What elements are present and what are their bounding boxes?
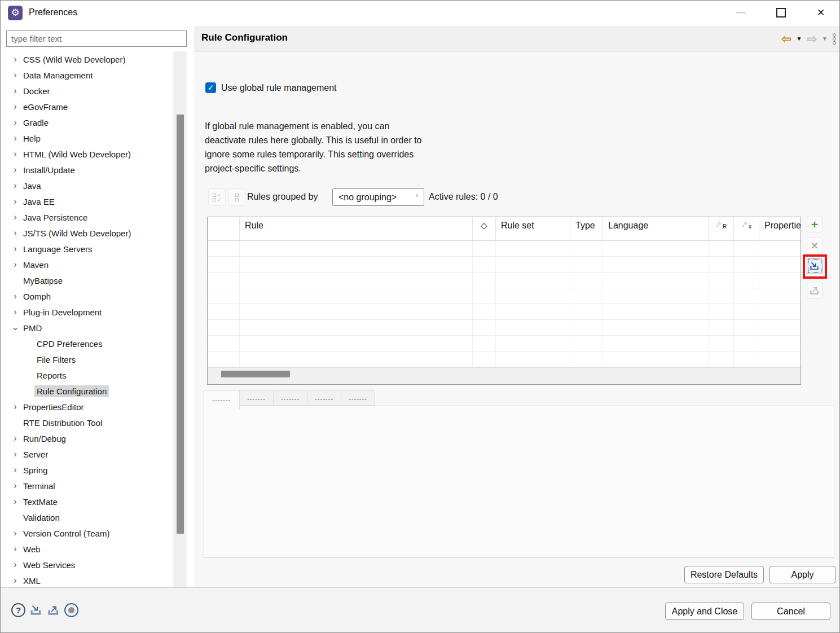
column-header-rule-marker-x-icon[interactable]: x bbox=[734, 217, 759, 240]
sidebar-item-spring[interactable]: ›Spring bbox=[1, 462, 173, 478]
sidebar-item-server[interactable]: ›Server bbox=[1, 446, 173, 462]
sidebar-item-js-ts-wild-web-developer[interactable]: ›JS/TS (Wild Web Developer) bbox=[1, 225, 173, 241]
sidebar-item-maven[interactable]: ›Maven bbox=[1, 257, 173, 272]
table-horizontal-scrollbar-thumb[interactable] bbox=[221, 371, 290, 377]
column-header-checkbox[interactable] bbox=[208, 217, 240, 240]
sidebar-item-validation[interactable]: Validation bbox=[1, 509, 173, 525]
sidebar-scrollbar-thumb[interactable] bbox=[177, 115, 184, 534]
chevron-collapsed-icon[interactable]: › bbox=[10, 196, 21, 206]
sidebar-item-java-persistence[interactable]: ›Java Persistence bbox=[1, 209, 173, 225]
rule-detail-tab-3[interactable]: ------- bbox=[274, 390, 307, 406]
sidebar-item-xml[interactable]: ›XML bbox=[1, 573, 173, 587]
apply-button[interactable]: Apply bbox=[769, 566, 835, 583]
chevron-collapsed-icon[interactable]: › bbox=[10, 181, 21, 191]
use-global-checkbox[interactable]: ✓ bbox=[205, 82, 216, 93]
sidebar-item-mybatipse[interactable]: MyBatipse bbox=[1, 272, 173, 288]
column-header-rule-set[interactable]: Rule set bbox=[496, 217, 570, 240]
chevron-collapsed-icon[interactable]: › bbox=[10, 149, 21, 159]
chevron-collapsed-icon[interactable]: › bbox=[10, 496, 21, 507]
sidebar-item-pmd[interactable]: ⌄PMD bbox=[1, 320, 173, 336]
sidebar-item-web[interactable]: ›Web bbox=[1, 541, 173, 557]
sidebar-item-textmate[interactable]: ›TextMate bbox=[1, 494, 173, 509]
sidebar-item-terminal[interactable]: ›Terminal bbox=[1, 478, 173, 494]
rule-detail-tab-5[interactable]: ------- bbox=[341, 390, 375, 406]
sidebar-item-reports[interactable]: Reports bbox=[1, 367, 173, 383]
sidebar-item-plug-in-development[interactable]: ›Plug-in Development bbox=[1, 304, 173, 320]
column-header-language[interactable]: Language bbox=[603, 217, 709, 240]
rule-detail-tab-4[interactable]: ------- bbox=[307, 390, 341, 406]
grouping-select[interactable]: <no grouping> ˟ bbox=[332, 188, 424, 206]
chevron-collapsed-icon[interactable]: › bbox=[10, 260, 21, 270]
chevron-collapsed-icon[interactable]: › bbox=[10, 291, 21, 301]
help-icon[interactable]: ? bbox=[11, 603, 25, 617]
back-history-dropdown-icon[interactable]: ▼ bbox=[797, 36, 802, 42]
chevron-collapsed-icon[interactable]: › bbox=[10, 133, 21, 143]
rule-detail-tab-1[interactable]: ------- bbox=[204, 390, 240, 409]
sidebar-item-file-filters[interactable]: File Filters bbox=[1, 351, 173, 367]
sidebar-item-propertieseditor[interactable]: ›PropertiesEditor bbox=[1, 399, 173, 415]
close-button[interactable]: ✕ bbox=[808, 1, 834, 24]
column-header-rule[interactable]: Rule bbox=[240, 217, 473, 240]
table-horizontal-scrollbar[interactable] bbox=[208, 367, 801, 384]
column-header-type[interactable]: Type bbox=[570, 217, 603, 240]
preference-recorder-icon[interactable] bbox=[64, 603, 78, 617]
sidebar-item-java[interactable]: ›Java bbox=[1, 178, 173, 194]
chevron-collapsed-icon[interactable]: › bbox=[10, 102, 21, 112]
import-preferences-icon[interactable] bbox=[29, 604, 43, 618]
chevron-collapsed-icon[interactable]: › bbox=[10, 575, 21, 586]
sidebar-item-help[interactable]: ›Help bbox=[1, 130, 173, 146]
filter-input[interactable] bbox=[6, 30, 187, 47]
chevron-collapsed-icon[interactable]: › bbox=[10, 402, 21, 412]
sidebar-item-rule-configuration[interactable]: Rule Configuration bbox=[1, 383, 173, 399]
sidebar-item-java-ee[interactable]: ›Java EE bbox=[1, 194, 173, 209]
chevron-collapsed-icon[interactable]: › bbox=[10, 212, 21, 222]
chevron-collapsed-icon[interactable]: › bbox=[10, 449, 21, 459]
use-global-rule-management-row[interactable]: ✓ Use global rule management bbox=[205, 82, 337, 93]
add-rule-button[interactable]: + bbox=[807, 217, 823, 232]
check-all-rules-button[interactable]: ✓ ✓ bbox=[208, 188, 226, 206]
chevron-collapsed-icon[interactable]: › bbox=[10, 307, 21, 317]
sidebar-item-version-control-team[interactable]: ›Version Control (Team) bbox=[1, 525, 173, 541]
chevron-collapsed-icon[interactable]: › bbox=[10, 117, 21, 128]
chevron-collapsed-icon[interactable]: › bbox=[10, 228, 21, 238]
chevron-collapsed-icon[interactable]: › bbox=[10, 544, 21, 554]
chevron-collapsed-icon[interactable]: › bbox=[10, 244, 21, 254]
forward-history-dropdown-icon[interactable]: ▼ bbox=[822, 36, 828, 42]
sidebar-item-cpd-preferences[interactable]: CPD Preferences bbox=[1, 336, 173, 351]
chevron-collapsed-icon[interactable]: › bbox=[10, 70, 21, 80]
sidebar-item-web-services[interactable]: ›Web Services bbox=[1, 557, 173, 573]
cancel-button[interactable]: Cancel bbox=[751, 603, 830, 620]
view-menu-icon[interactable] bbox=[833, 33, 836, 45]
sidebar-item-css-wild-web-developer[interactable]: ›CSS (Wild Web Developer) bbox=[1, 51, 173, 67]
chevron-collapsed-icon[interactable]: › bbox=[10, 465, 21, 475]
column-header-priority-diamond-icon[interactable]: ◇ bbox=[473, 217, 496, 240]
sidebar-item-oomph[interactable]: ›Oomph bbox=[1, 288, 173, 304]
sidebar-item-run-debug[interactable]: ›Run/Debug bbox=[1, 430, 173, 446]
rule-detail-tab-2[interactable]: ------- bbox=[240, 390, 274, 406]
sidebar-item-html-wild-web-developer[interactable]: ›HTML (Wild Web Developer) bbox=[1, 146, 173, 162]
apply-and-close-button[interactable]: Apply and Close bbox=[665, 603, 744, 620]
sidebar-item-data-management[interactable]: ›Data Management bbox=[1, 67, 173, 83]
column-header-rule-marker-r-icon[interactable]: R bbox=[709, 217, 734, 240]
chevron-collapsed-icon[interactable]: › bbox=[10, 54, 21, 64]
column-header-properties[interactable]: Properties bbox=[759, 217, 801, 240]
sidebar-item-gradle[interactable]: ›Gradle bbox=[1, 115, 173, 130]
sidebar-item-rte-distribution-tool[interactable]: RTE Distribution Tool bbox=[1, 415, 173, 430]
sidebar-item-language-servers[interactable]: ›Language Servers bbox=[1, 241, 173, 257]
sidebar-item-egovframe[interactable]: ›eGovFrame bbox=[1, 99, 173, 115]
minimize-button[interactable]: — bbox=[728, 1, 754, 24]
chevron-collapsed-icon[interactable]: › bbox=[10, 528, 21, 538]
back-arrow-icon[interactable]: ⇦ bbox=[781, 32, 791, 46]
export-rules-button[interactable] bbox=[807, 283, 823, 298]
maximize-button[interactable] bbox=[768, 1, 794, 24]
chevron-collapsed-icon[interactable]: › bbox=[10, 165, 21, 175]
restore-defaults-button[interactable]: Restore Defaults bbox=[684, 566, 764, 583]
chevron-collapsed-icon[interactable]: › bbox=[10, 560, 21, 570]
sidebar-item-install-update[interactable]: ›Install/Update bbox=[1, 162, 173, 178]
chevron-collapsed-icon[interactable]: › bbox=[10, 86, 21, 96]
chevron-collapsed-icon[interactable]: › bbox=[10, 481, 21, 491]
chevron-expanded-icon[interactable]: ⌄ bbox=[10, 322, 21, 332]
uncheck-all-rules-button[interactable] bbox=[228, 188, 245, 206]
sidebar-scrollbar[interactable] bbox=[173, 51, 187, 587]
remove-rule-button[interactable]: ✕ bbox=[807, 238, 823, 253]
